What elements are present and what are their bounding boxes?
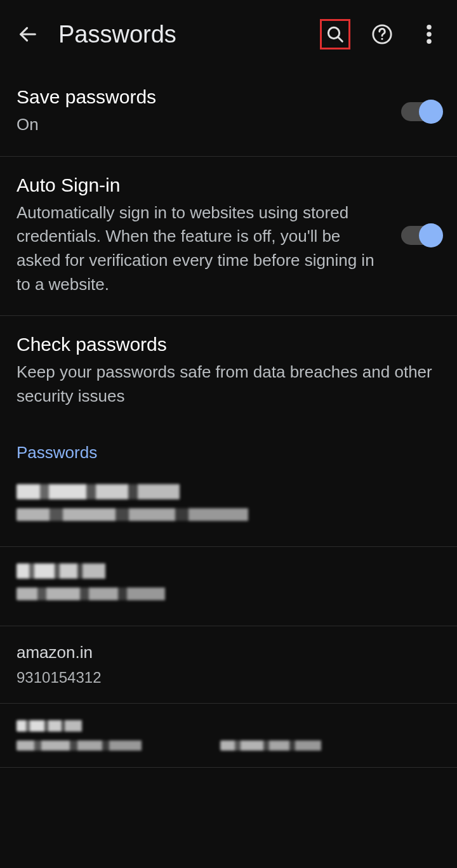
svg-line-2 — [338, 37, 342, 41]
auto-signin-title: Auto Sign-in — [17, 174, 388, 196]
svg-point-5 — [427, 25, 432, 30]
help-button[interactable] — [367, 19, 397, 49]
redacted-site — [17, 563, 143, 579]
redacted-site — [17, 484, 249, 499]
redacted-user — [17, 740, 195, 751]
auto-signin-description: Automatically sign in to websites using … — [17, 201, 388, 297]
auto-signin-text: Auto Sign-in Automatically sign in to we… — [17, 174, 388, 297]
overflow-menu-icon — [427, 25, 432, 44]
password-entry[interactable] — [0, 468, 457, 547]
auto-signin-toggle[interactable] — [401, 226, 440, 245]
check-passwords-title: Check passwords — [17, 334, 440, 355]
password-entry[interactable] — [0, 547, 457, 626]
redacted-user — [17, 508, 347, 521]
passwords-section-label: Passwords — [0, 428, 457, 468]
svg-point-7 — [427, 39, 432, 44]
password-entry[interactable]: amazon.in 9310154312 — [0, 626, 457, 704]
search-icon — [325, 24, 345, 44]
entry-site: amazon.in — [17, 643, 440, 662]
redacted-site — [17, 720, 110, 732]
app-header: Passwords — [0, 0, 457, 69]
save-passwords-row[interactable]: Save passwords On — [0, 69, 457, 157]
check-passwords-row[interactable]: Check passwords Keep your passwords safe… — [0, 316, 457, 427]
save-passwords-text: Save passwords On — [17, 86, 388, 137]
menu-button[interactable] — [414, 19, 444, 49]
svg-point-6 — [427, 32, 432, 37]
back-arrow-icon — [17, 23, 39, 45]
save-passwords-status: On — [17, 113, 388, 137]
help-icon — [371, 23, 393, 45]
svg-point-4 — [381, 38, 383, 40]
save-passwords-title: Save passwords — [17, 86, 388, 108]
search-button[interactable] — [320, 19, 350, 49]
check-passwords-text: Check passwords Keep your passwords safe… — [17, 334, 440, 408]
check-passwords-description: Keep your passwords safe from data breac… — [17, 360, 440, 408]
auto-signin-row[interactable]: Auto Sign-in Automatically sign in to we… — [0, 157, 457, 317]
page-title: Passwords — [58, 21, 320, 48]
redacted-user — [17, 588, 228, 600]
save-passwords-toggle[interactable] — [401, 102, 440, 121]
back-button[interactable] — [13, 19, 43, 49]
entry-user: 9310154312 — [17, 669, 440, 687]
header-actions — [320, 19, 444, 49]
redacted-user — [220, 740, 364, 751]
password-entry[interactable] — [0, 704, 457, 768]
